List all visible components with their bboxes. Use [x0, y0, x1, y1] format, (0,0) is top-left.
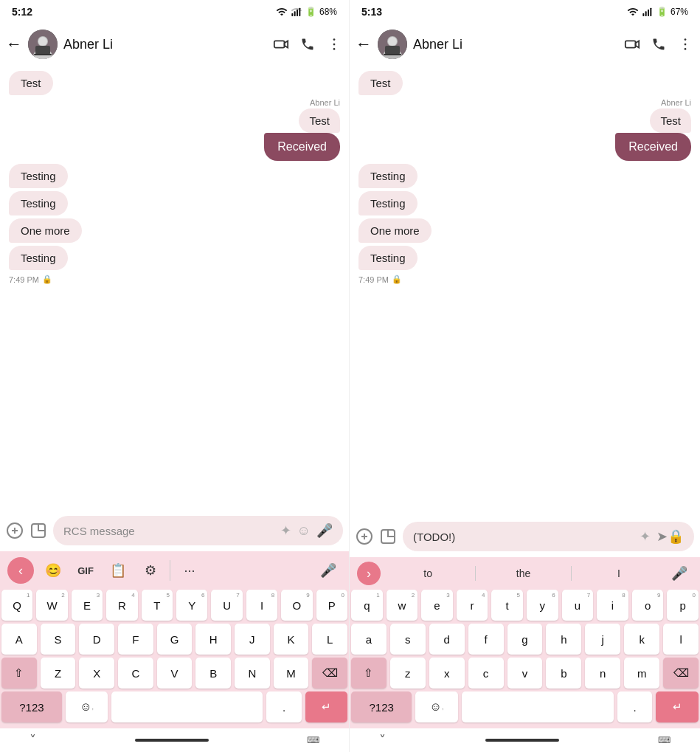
more-options-button[interactable]: [325, 35, 343, 53]
key-f[interactable]: F: [118, 624, 153, 655]
num-key[interactable]: ?123: [1, 691, 62, 722]
key-s-r[interactable]: s: [390, 624, 426, 655]
sticker-button[interactable]: [30, 522, 47, 539]
gif-button[interactable]: GIF: [72, 557, 99, 584]
key-c-r[interactable]: c: [468, 658, 504, 689]
shift-key[interactable]: ⇧: [1, 658, 37, 689]
nav-down-icon[interactable]: ˅: [30, 732, 36, 748]
enter-key-r[interactable]: ↵: [656, 691, 699, 722]
right-message-input-field[interactable]: (TODO!) ✦ ➤🔒: [403, 522, 694, 551]
emoji-icon[interactable]: ☺: [297, 523, 311, 539]
key-o[interactable]: 9O: [281, 590, 312, 621]
left-back-button[interactable]: ←: [6, 35, 22, 54]
sparkle-icon[interactable]: ✦: [280, 522, 291, 539]
message-input-field[interactable]: RCS message ✦ ☺ 🎤: [53, 516, 343, 545]
right-back-button[interactable]: ←: [356, 35, 372, 54]
video-call-button[interactable]: [272, 35, 290, 53]
sparkle-icon-right[interactable]: ✦: [640, 528, 651, 545]
suggestion-the[interactable]: the: [476, 568, 570, 579]
right-avatar[interactable]: [378, 30, 407, 59]
key-h-r[interactable]: h: [546, 624, 581, 655]
key-k-r[interactable]: k: [624, 624, 659, 655]
emoji-key-r[interactable]: ☺,: [415, 691, 458, 722]
key-s[interactable]: S: [41, 624, 76, 655]
key-t[interactable]: 5T: [142, 590, 173, 621]
key-p-r[interactable]: 0p: [667, 590, 699, 621]
key-g[interactable]: G: [157, 624, 193, 655]
key-y-r[interactable]: 6y: [527, 590, 558, 621]
space-key-r[interactable]: [462, 691, 614, 722]
key-x-r[interactable]: x: [429, 658, 465, 689]
key-t-r[interactable]: 5t: [491, 590, 523, 621]
backspace-key-r[interactable]: ⌫: [663, 658, 699, 689]
key-x[interactable]: X: [79, 658, 114, 689]
key-r[interactable]: 4R: [106, 590, 137, 621]
key-p[interactable]: 0P: [316, 590, 347, 621]
right-video-call-button[interactable]: [623, 35, 641, 53]
space-key[interactable]: [111, 691, 263, 722]
key-u[interactable]: 7U: [211, 590, 242, 621]
key-m[interactable]: M: [274, 658, 309, 689]
left-avatar[interactable]: [28, 30, 58, 59]
period-key-r[interactable]: .: [617, 691, 653, 722]
keyboard-back-button[interactable]: ‹: [7, 557, 34, 584]
key-a-r[interactable]: a: [351, 624, 387, 655]
right-nav-down-icon[interactable]: ˅: [379, 732, 386, 748]
key-e[interactable]: 3E: [72, 590, 103, 621]
key-m-r[interactable]: m: [624, 658, 659, 689]
key-h[interactable]: H: [195, 624, 231, 655]
phone-call-button[interactable]: [299, 35, 316, 53]
key-b[interactable]: B: [195, 658, 231, 689]
settings-button[interactable]: ⚙: [137, 557, 164, 584]
right-sticker-button[interactable]: [379, 528, 397, 545]
key-v[interactable]: V: [157, 658, 193, 689]
key-d[interactable]: D: [79, 624, 114, 655]
key-f-r[interactable]: f: [468, 624, 504, 655]
clipboard-button[interactable]: 📋: [105, 557, 131, 584]
key-l-r[interactable]: l: [663, 624, 699, 655]
key-o-r[interactable]: 9o: [632, 590, 664, 621]
key-q[interactable]: 1Q: [1, 590, 32, 621]
key-n-r[interactable]: n: [585, 658, 620, 689]
suggestion-i[interactable]: I: [572, 568, 666, 579]
right-add-button[interactable]: [356, 528, 373, 545]
key-n[interactable]: N: [235, 658, 270, 689]
key-g-r[interactable]: g: [507, 624, 543, 655]
more-toolbar-button[interactable]: ···: [176, 557, 203, 584]
key-j-r[interactable]: j: [585, 624, 620, 655]
mic-toolbar-button[interactable]: 🎤: [315, 557, 342, 584]
right-nav-keyboard-icon[interactable]: ⌨: [658, 735, 670, 745]
backspace-key[interactable]: ⌫: [312, 658, 347, 689]
num-key-r[interactable]: ?123: [351, 691, 412, 722]
key-y[interactable]: 6Y: [176, 590, 207, 621]
key-i-r[interactable]: 8i: [597, 590, 628, 621]
key-w-r[interactable]: 2w: [387, 590, 418, 621]
right-more-options-button[interactable]: [676, 35, 694, 53]
key-b-r[interactable]: b: [546, 658, 581, 689]
key-k[interactable]: K: [274, 624, 309, 655]
mic-icon[interactable]: 🎤: [316, 522, 333, 539]
shift-key-r[interactable]: ⇧: [351, 658, 387, 689]
send-icon-right[interactable]: ➤🔒: [656, 528, 684, 545]
right-mic-toolbar-button[interactable]: 🎤: [666, 560, 693, 587]
key-l[interactable]: L: [312, 624, 347, 655]
key-r-r[interactable]: 4r: [457, 590, 488, 621]
key-u-r[interactable]: 7u: [562, 590, 594, 621]
key-j[interactable]: J: [235, 624, 270, 655]
key-a[interactable]: A: [1, 624, 37, 655]
key-e-r[interactable]: 3e: [421, 590, 453, 621]
key-v-r[interactable]: v: [507, 658, 543, 689]
add-button[interactable]: [6, 522, 24, 539]
key-q-r[interactable]: 1q: [351, 590, 383, 621]
period-key[interactable]: .: [266, 691, 301, 722]
emoji-key[interactable]: ☺,: [66, 691, 108, 722]
right-phone-call-button[interactable]: [650, 35, 668, 53]
suggestion-to[interactable]: to: [381, 568, 475, 579]
key-d-r[interactable]: d: [429, 624, 465, 655]
nav-keyboard-icon[interactable]: ⌨: [307, 735, 319, 745]
keyboard-fwd-button[interactable]: ›: [357, 562, 381, 585]
key-c[interactable]: C: [118, 658, 153, 689]
enter-key[interactable]: ↵: [305, 691, 347, 722]
key-z[interactable]: Z: [41, 658, 76, 689]
key-w[interactable]: 2W: [36, 590, 67, 621]
